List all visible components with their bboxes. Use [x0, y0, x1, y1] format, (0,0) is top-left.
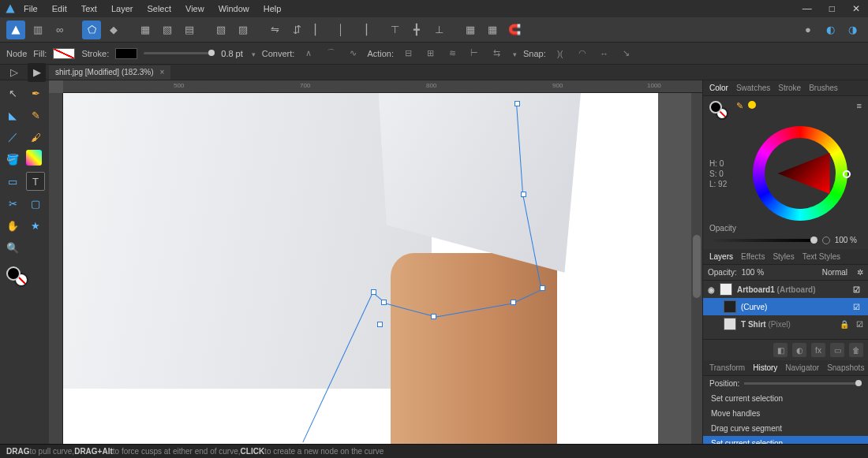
- ruler-horizontal[interactable]: 500 700 800 900 1000: [63, 80, 702, 93]
- crop-tool[interactable]: ✂: [3, 194, 22, 213]
- color-picker-icon[interactable]: ✎: [736, 101, 743, 111]
- shape-rect-tool[interactable]: ▢: [26, 194, 45, 213]
- artboard[interactable]: [63, 93, 658, 444]
- vector-brush[interactable]: 🖌: [26, 128, 45, 147]
- transparency-tool[interactable]: ▭: [3, 172, 22, 191]
- add-layer-icon[interactable]: ▭: [830, 343, 844, 357]
- flip-h-icon[interactable]: ⇋: [265, 20, 284, 39]
- flip-v-icon[interactable]: ⇵: [287, 20, 306, 39]
- pen-tool[interactable]: ✎: [26, 106, 45, 125]
- history-item[interactable]: Move handles: [703, 406, 868, 421]
- action-reverse-icon[interactable]: ⇆: [488, 46, 504, 61]
- pencil-tool[interactable]: ／: [3, 128, 22, 147]
- snap-grid-icon[interactable]: ▧: [158, 20, 177, 39]
- tab-snapshots[interactable]: Snapshots: [827, 363, 864, 372]
- align-middle-icon[interactable]: ╋: [407, 20, 426, 39]
- layer-row-curve[interactable]: (Curve) ☑: [703, 298, 868, 315]
- color-panel-menu[interactable]: ≡: [857, 101, 862, 110]
- share-icon[interactable]: ∞: [51, 20, 69, 39]
- layer-row-artboard[interactable]: ◉ Artboard1 (Artboard) ☑: [703, 281, 868, 298]
- gradient-tool[interactable]: [26, 150, 42, 166]
- layer-lock-icon[interactable]: 🔒: [837, 320, 851, 329]
- history-item[interactable]: Drag curve segment: [703, 421, 868, 436]
- snap-options-dropdown[interactable]: [527, 20, 546, 39]
- window-close[interactable]: ✕: [849, 3, 863, 14]
- action-break-icon[interactable]: ⊟: [400, 46, 416, 61]
- snap-handle-icon[interactable]: ↘: [619, 46, 634, 61]
- node-tool[interactable]: ✒: [26, 84, 45, 102]
- scrollbar-thumb[interactable]: [693, 235, 701, 298]
- view-circle-a-icon[interactable]: ●: [799, 20, 817, 39]
- baseline-grid-icon[interactable]: ▤: [180, 20, 199, 39]
- tab-effects[interactable]: Effects: [741, 252, 765, 261]
- menu-text[interactable]: Text: [81, 4, 97, 13]
- hue-ring-knob[interactable]: [843, 170, 851, 178]
- ruler-vertical[interactable]: [49, 93, 63, 444]
- document-tab-close[interactable]: ×: [160, 68, 165, 76]
- path-node[interactable]: [521, 192, 526, 197]
- action-smooth-icon[interactable]: ≋: [444, 46, 460, 61]
- history-item[interactable]: Set current selection: [703, 436, 868, 444]
- path-node[interactable]: [431, 314, 436, 319]
- color-wheel[interactable]: [753, 126, 847, 221]
- star-tool[interactable]: ★: [26, 216, 45, 235]
- grid-icon[interactable]: ▦: [136, 20, 155, 39]
- align-bottom-icon[interactable]: ⊥: [429, 20, 448, 39]
- panel-fill-swatch[interactable]: [709, 101, 722, 114]
- context-play-icon[interactable]: ▶: [28, 63, 46, 82]
- stroke-swatch[interactable]: [115, 48, 137, 59]
- view-circle-c-icon[interactable]: ◑: [843, 20, 862, 39]
- canvas[interactable]: [63, 93, 658, 444]
- delete-layer-icon[interactable]: 🗑: [849, 343, 863, 357]
- fill-tool[interactable]: 🪣: [3, 150, 22, 169]
- path-node[interactable]: [514, 101, 520, 106]
- transparency-icon[interactable]: ◆: [104, 20, 123, 39]
- shape-tool-icon[interactable]: ⬠: [82, 20, 101, 39]
- color-swatch-pair[interactable]: [3, 266, 46, 290]
- action-close-icon[interactable]: ⊞: [422, 46, 438, 61]
- menu-view[interactable]: View: [185, 4, 204, 13]
- align-left-icon[interactable]: ▏: [309, 20, 328, 39]
- tab-history[interactable]: History: [753, 363, 777, 372]
- document-tab[interactable]: shirt.jpg [Modified] (182.3%) ×: [49, 65, 170, 80]
- tab-stroke[interactable]: Stroke: [778, 84, 801, 92]
- window-minimize[interactable]: —: [799, 3, 815, 14]
- opacity-value[interactable]: 100 %: [835, 236, 857, 244]
- view-circle-b-icon[interactable]: ◐: [821, 20, 840, 39]
- layer-visible-check[interactable]: ☑: [849, 285, 863, 294]
- snap-node-icon[interactable]: ▦: [483, 20, 502, 39]
- path-node[interactable]: [381, 300, 387, 305]
- align-top-icon[interactable]: ⊤: [385, 20, 404, 39]
- tab-layers[interactable]: Layers: [709, 252, 733, 261]
- path-node[interactable]: [540, 285, 545, 291]
- convert-sharp-icon[interactable]: ∧: [301, 46, 316, 61]
- layer-settings-icon[interactable]: ✲: [857, 268, 863, 277]
- tab-brushes[interactable]: Brushes: [809, 84, 838, 92]
- opacity-slider[interactable]: [709, 239, 817, 242]
- layer-row-tshirt[interactable]: T Shirt (Pixel) 🔒 ☑: [703, 315, 868, 333]
- snap-curve-icon[interactable]: )(: [552, 46, 568, 61]
- path-node[interactable]: [371, 289, 376, 295]
- artistic-text-tool[interactable]: T: [26, 172, 45, 191]
- menu-layer[interactable]: Layer: [111, 4, 133, 13]
- snap-angle-icon[interactable]: ◠: [574, 46, 590, 61]
- fill-swatch[interactable]: [53, 48, 75, 59]
- mask-layer-icon[interactable]: ◧: [773, 343, 788, 357]
- move-front-icon[interactable]: ▧: [211, 20, 230, 39]
- menu-window[interactable]: Window: [219, 4, 249, 13]
- move-back-icon[interactable]: ▨: [234, 20, 253, 39]
- hand-tool[interactable]: ✋: [3, 216, 22, 235]
- app-home-icon[interactable]: [6, 20, 25, 39]
- context-arrow-icon[interactable]: ▷: [5, 63, 23, 82]
- menu-select[interactable]: Select: [147, 4, 171, 13]
- adjustment-layer-icon[interactable]: ◐: [792, 343, 806, 357]
- layer-visible-check[interactable]: ☑: [849, 303, 863, 311]
- align-right-icon[interactable]: ▕: [354, 20, 372, 39]
- window-maximize[interactable]: □: [826, 3, 838, 14]
- snap-distance-icon[interactable]: ↔: [597, 46, 612, 61]
- tab-styles[interactable]: Styles: [773, 252, 794, 261]
- path-node[interactable]: [377, 322, 383, 327]
- stroke-width-dropdown[interactable]: [249, 49, 256, 58]
- tab-navigator[interactable]: Navigator: [785, 363, 819, 372]
- corner-tool[interactable]: ◣: [3, 106, 22, 125]
